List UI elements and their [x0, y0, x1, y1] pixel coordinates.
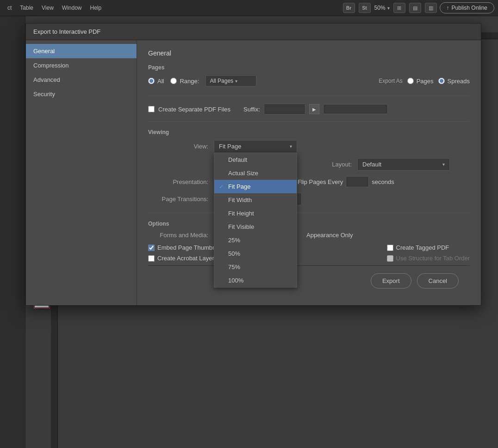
pages-radio-group: Pages: [407, 78, 434, 85]
publish-icon: ↑: [447, 5, 449, 11]
grid-icon[interactable]: ⊞: [393, 3, 405, 13]
view-option-25[interactable]: 25%: [214, 233, 297, 247]
layout-icon[interactable]: ▤: [409, 3, 421, 13]
use-structure-checkbox[interactable]: [387, 255, 393, 262]
range-radio[interactable]: [170, 78, 177, 84]
forms-media-form-label: Forms and Media:: [148, 232, 208, 239]
menu-item-ct[interactable]: ct: [4, 3, 15, 13]
export-as-group: Export As Pages Spreads: [379, 78, 470, 85]
view-dropdown-button[interactable]: Fit Page ▾: [214, 140, 297, 153]
range-dropdown[interactable]: All Pages ▾: [205, 75, 256, 86]
layout-dropdown[interactable]: Default ▾: [357, 158, 450, 171]
use-structure-label: Use Structure for Tab Order: [396, 255, 470, 262]
suffix-result: [323, 104, 388, 114]
menu-bar: ct Table View Window Help: [4, 3, 105, 13]
range-radio-group: Range:: [170, 78, 199, 85]
create-acrobat-checkbox[interactable]: [148, 255, 155, 262]
stock-icon[interactable]: St: [359, 3, 371, 13]
forms-media-row: Forms and Media: Appearance Only: [148, 232, 470, 239]
toolbar-icons: Br St 50% ▾ ⊞ ▤ ▥: [343, 3, 437, 13]
sidebar-item-general[interactable]: General: [26, 44, 137, 58]
suffix-arrow-button[interactable]: ▶: [309, 104, 319, 114]
pages-export-radio[interactable]: [407, 78, 414, 84]
menu-item-view[interactable]: View: [38, 3, 57, 13]
embed-thumbnails-checkbox[interactable]: [148, 245, 155, 251]
dialog-main-panel: General Pages All Range:: [137, 40, 481, 305]
menu-item-table[interactable]: Table: [16, 3, 37, 13]
suffix-group: Suffix: ▶: [243, 104, 388, 115]
separator-1: [148, 96, 470, 96]
export-pdf-dialog: Export to Interactive PDF General Compre…: [25, 23, 481, 306]
view-option-75[interactable]: 75%: [214, 260, 297, 274]
cancel-button[interactable]: Cancel: [417, 273, 459, 288]
view-dropdown-value: Fit Page: [219, 143, 241, 150]
presentation-form-label: Presentation:: [148, 178, 208, 185]
view-dropdown-wrapper: Fit Page ▾ Default Actual Size: [214, 140, 297, 153]
range-label: Range:: [180, 78, 199, 85]
separate-pdf-checkbox[interactable]: [148, 106, 155, 112]
page-transitions-label: Page Transitions:: [148, 196, 208, 203]
pages-row: All Range: All Pages ▾ Export As: [148, 75, 470, 86]
view-chevron-icon: ▾: [290, 144, 292, 149]
separate-pdf-label: Create Separate PDF Files: [158, 106, 230, 113]
toolbar: ct Table View Window Help Br St 50% ▾ ⊞ …: [0, 0, 498, 16]
embed-thumbnails-option: Embed Page Thumbnails: [148, 244, 225, 251]
presentation-row: Presentation: Open in Full Screen Mode F…: [148, 176, 470, 187]
all-pages-radio-group: All: [148, 78, 164, 85]
view-option-fit-width[interactable]: Fit Width: [214, 193, 297, 207]
suffix-input[interactable]: [264, 104, 305, 115]
menu-item-help[interactable]: Help: [87, 3, 106, 13]
panel-icon[interactable]: ▥: [425, 3, 437, 13]
page-transitions-row: Page Transitions:: [148, 193, 470, 205]
options-section: Options Forms and Media: Appearance Only…: [148, 221, 470, 262]
view-option-fit-page[interactable]: Fit Page: [214, 180, 297, 193]
view-option-default[interactable]: Default: [214, 153, 297, 166]
create-tagged-checkbox[interactable]: [387, 245, 393, 251]
range-dropdown-value: All Pages: [210, 78, 233, 84]
dialog-sidebar: General Compression Advanced Security: [26, 40, 137, 305]
zoom-control[interactable]: 50% ▾: [374, 5, 390, 11]
spreads-radio-group: Spreads: [438, 78, 470, 85]
section-title: General: [148, 49, 470, 57]
view-option-50[interactable]: 50%: [214, 247, 297, 260]
pages-section: Pages All Range: All Pages ▾: [148, 64, 470, 86]
viewing-section: Viewing View: Fit Page ▾ Default: [148, 129, 470, 205]
view-option-100[interactable]: 100%: [214, 274, 297, 287]
view-row: View: Fit Page ▾ Default Actual: [148, 140, 470, 153]
dialog-title-text: Export to Interactive PDF: [33, 28, 100, 35]
publish-label: Publish Online: [452, 5, 487, 11]
sidebar-item-security[interactable]: Security: [26, 87, 137, 101]
view-option-actual-size[interactable]: Actual Size: [214, 166, 297, 180]
publish-online-button[interactable]: ↑ Publish Online: [440, 2, 494, 13]
view-option-fit-height[interactable]: Fit Height: [214, 207, 297, 220]
layout-form-label: Layout:: [292, 161, 352, 168]
spreads-export-radio[interactable]: [438, 78, 445, 84]
zoom-value: 50%: [374, 5, 386, 11]
options-checkboxes: Embed Page Thumbnails Create Acrobat Lay…: [148, 244, 470, 262]
spreads-export-label: Spreads: [448, 78, 470, 85]
dialog-body: General Compression Advanced Security Ge…: [26, 40, 481, 305]
menu-item-window[interactable]: Window: [58, 3, 86, 13]
canvas-sidebar: [0, 16, 25, 448]
left-options: Embed Page Thumbnails Create Acrobat Lay…: [148, 244, 225, 262]
suffix-label: Suffix:: [243, 106, 260, 113]
create-acrobat-label: Create Acrobat Layers: [157, 255, 217, 262]
right-options: Create Tagged PDF Use Structure for Tab …: [387, 244, 470, 262]
separator-3: [148, 213, 470, 213]
export-button[interactable]: Export: [371, 273, 411, 288]
separator-2: [148, 121, 470, 122]
flip-seconds-input[interactable]: [346, 176, 369, 187]
options-label: Options: [148, 221, 470, 227]
dialog-footer: Export Cancel: [148, 265, 470, 296]
bridge-icon[interactable]: Br: [343, 3, 355, 13]
create-acrobat-option: Create Acrobat Layers: [148, 255, 225, 262]
sidebar-item-compression[interactable]: Compression: [26, 58, 137, 73]
create-tagged-option: Create Tagged PDF: [387, 244, 470, 251]
all-pages-radio[interactable]: [148, 78, 155, 84]
view-dropdown-menu: Default Actual Size Fit Page Fit Width: [214, 153, 297, 288]
sidebar-item-advanced[interactable]: Advanced: [26, 73, 137, 87]
view-option-fit-visible[interactable]: Fit Visible: [214, 220, 297, 233]
zoom-chevron: ▾: [387, 6, 390, 11]
seconds-label: seconds: [372, 178, 394, 185]
presentation-mode-label: Flip Pages Every: [298, 178, 343, 185]
